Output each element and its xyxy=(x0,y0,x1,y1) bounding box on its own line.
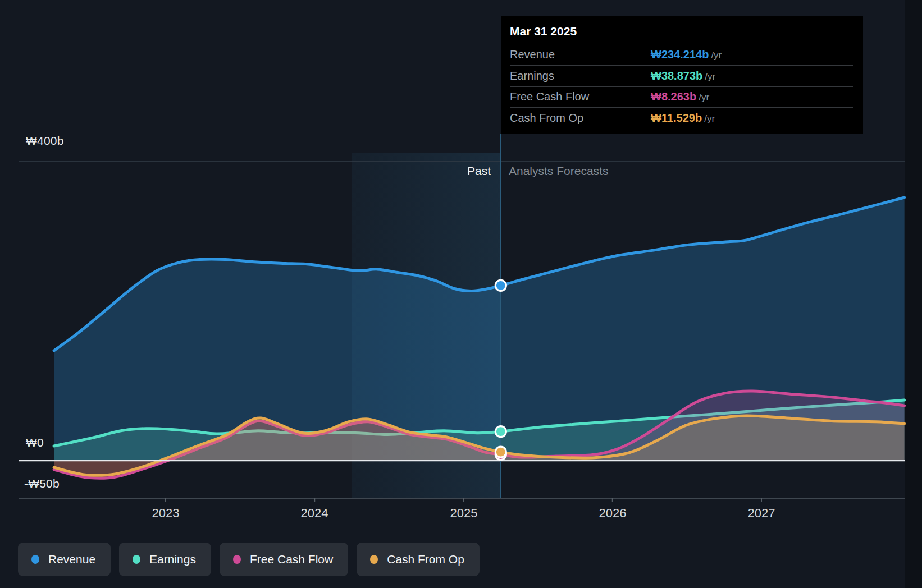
tooltip-label: Cash From Op xyxy=(510,112,651,125)
legend-item-revenue[interactable]: Revenue xyxy=(18,543,111,576)
legend: Revenue Earnings Free Cash Flow Cash Fro… xyxy=(18,543,480,576)
tooltip-date: Mar 31 2025 xyxy=(510,22,853,44)
tooltip-row-revenue: Revenue ₩234.214b/yr xyxy=(510,44,853,65)
tooltip-row-earnings: Earnings ₩38.873b/yr xyxy=(510,65,853,86)
legend-item-free-cash-flow[interactable]: Free Cash Flow xyxy=(220,543,348,576)
tooltip-value: ₩8.263b xyxy=(651,90,696,103)
tooltip-value: ₩38.873b xyxy=(651,70,702,82)
tooltip-row-free-cash-flow: Free Cash Flow ₩8.263b/yr xyxy=(510,86,853,108)
tooltip-unit: /yr xyxy=(699,92,709,103)
revenue-dot-icon xyxy=(31,555,39,564)
tooltip-value: ₩234.214b xyxy=(651,48,709,61)
app-root: { "tooltip": { "date": "Mar 31 2025", "r… xyxy=(0,0,922,588)
earnings-dot-icon xyxy=(133,555,140,564)
free-cash-flow-dot-icon xyxy=(233,555,241,564)
x-axis-label-2023: 2023 xyxy=(152,506,180,521)
x-axis-label-2027: 2027 xyxy=(748,506,775,521)
tooltip-value: ₩11.529b xyxy=(651,112,702,124)
y-axis-label-400b: ₩400b xyxy=(26,134,64,148)
y-axis-label-neg50b: -₩50b xyxy=(24,477,60,490)
tooltip-label: Free Cash Flow xyxy=(510,90,651,103)
y-axis-label-0: ₩0 xyxy=(26,436,44,449)
legend-label: Free Cash Flow xyxy=(250,553,333,566)
tooltip-label: Revenue xyxy=(510,48,651,61)
forecast-section-label: Analysts Forecasts xyxy=(509,164,608,178)
legend-item-earnings[interactable]: Earnings xyxy=(119,543,211,576)
tooltip-label: Earnings xyxy=(510,70,651,82)
x-axis-label-2024: 2024 xyxy=(301,506,328,521)
x-axis-label-2026: 2026 xyxy=(599,506,627,521)
x-axis-label-2025: 2025 xyxy=(450,506,478,521)
tooltip-unit: /yr xyxy=(711,50,722,61)
legend-item-cash-from-op[interactable]: Cash From Op xyxy=(357,543,480,576)
legend-label: Cash From Op xyxy=(387,553,464,566)
tooltip-unit: /yr xyxy=(705,71,715,82)
past-section-label: Past xyxy=(467,164,491,178)
tooltip-row-cash-from-op: Cash From Op ₩11.529b/yr xyxy=(510,107,853,128)
tooltip-unit: /yr xyxy=(704,113,715,124)
cash-from-op-dot-icon xyxy=(370,555,378,564)
legend-label: Earnings xyxy=(149,553,196,566)
hover-tooltip: Mar 31 2025 Revenue ₩234.214b/yr Earning… xyxy=(501,16,863,134)
legend-label: Revenue xyxy=(48,553,95,566)
